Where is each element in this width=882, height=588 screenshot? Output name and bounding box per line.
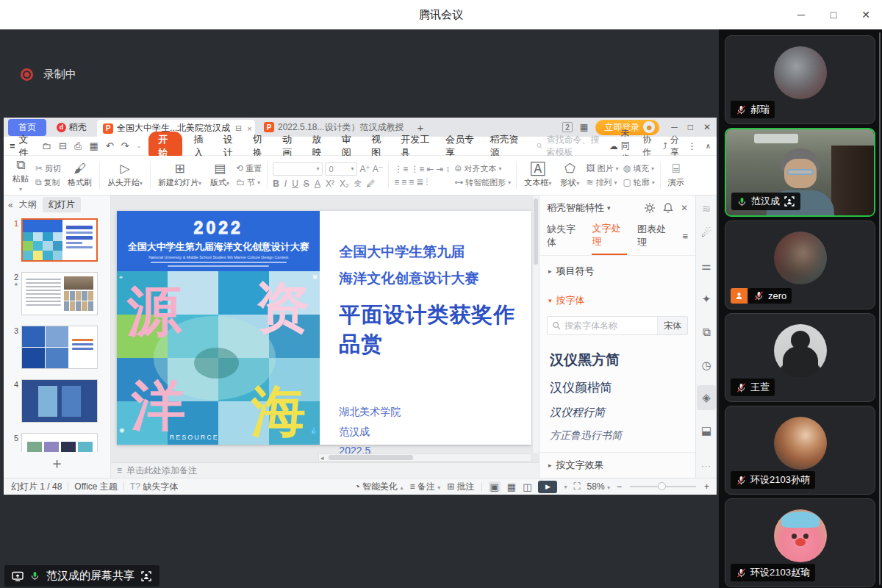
indent-more-icon[interactable]: ⇥ [436, 164, 443, 174]
zoom-out-button[interactable]: − [617, 481, 622, 492]
picture-button[interactable]: 🖼图片▾ [586, 163, 618, 174]
close-icon[interactable]: ✕ [850, 0, 882, 29]
more-tools-icon[interactable]: ··· [701, 462, 711, 470]
more-caret-icon[interactable]: ⌄ [134, 143, 145, 149]
docer-feature-icon[interactable]: ◈ [697, 385, 716, 410]
slides-tab[interactable]: 幻灯片 [43, 197, 81, 212]
reading-view-icon[interactable]: ◫ [523, 481, 531, 492]
panel-tab-text[interactable]: 文字处理 [592, 222, 626, 255]
outline-tab[interactable]: 大纲 [19, 198, 37, 211]
section-button[interactable]: 🗀节▾ [236, 177, 262, 188]
undo-icon[interactable]: ↶ [103, 140, 117, 151]
slide-thumbnail-1[interactable]: 1 [7, 218, 104, 262]
underline-button[interactable]: U [292, 179, 298, 189]
shape-button[interactable]: ⬠形状▾ [558, 162, 581, 188]
reference-icon[interactable]: ⬓ [696, 414, 717, 447]
number-list-icon[interactable]: ⋮≡ [410, 164, 424, 174]
save-icon[interactable]: 🗀 [39, 140, 54, 151]
theme-name[interactable]: Office 主题 [74, 481, 117, 493]
scroll-left-icon[interactable]: ◂ [319, 454, 326, 462]
justify-icon[interactable]: ≣ [416, 177, 423, 187]
play-options-icon[interactable]: ▾ [564, 484, 567, 490]
reset-button[interactable]: ⟲重置 [236, 163, 262, 174]
window-switch-icon[interactable]: 2 [562, 122, 573, 132]
font-item[interactable]: 汉仪黑方简 [550, 351, 685, 370]
export-icon[interactable]: ⊟ [56, 140, 70, 151]
canvas-horizontal-scrollbar[interactable]: ◂ [318, 453, 531, 462]
font-color-button[interactable]: A [315, 179, 320, 189]
missing-font-indicator[interactable]: T? 缺失字体 [130, 481, 178, 493]
maximize-icon[interactable]: □ [817, 0, 850, 29]
beautify-button[interactable]: ◔ 智能美化 ▴ [354, 481, 403, 493]
align-left-icon[interactable]: ≡ [394, 177, 399, 187]
font-item[interactable]: 方正鲁迅行书简 [550, 429, 685, 442]
strike-button[interactable]: S [304, 179, 309, 189]
bullet-list-icon[interactable]: ⋮≡ [394, 164, 408, 174]
collapse-panel-icon[interactable]: « [8, 200, 13, 210]
format-painter-button[interactable]: 🖌格式刷 [65, 162, 94, 188]
slideshow-play-button[interactable]: ▶ [538, 481, 557, 493]
zoom-in-button[interactable]: + [704, 481, 709, 492]
copy-button[interactable]: ⧉复制 [35, 177, 61, 188]
sidebar-scrollbar[interactable] [879, 32, 881, 585]
font-item[interactable]: 汉仪颜楷简 [550, 379, 685, 396]
duplicate-icon[interactable]: ⧉ [696, 315, 717, 348]
panel-menu-icon[interactable]: ≡ [682, 231, 688, 247]
text-dir-icon[interactable]: ↕ [445, 164, 450, 174]
indent-less-icon[interactable]: ⇤ [426, 164, 434, 174]
present-button[interactable]: ⌸演示 [666, 162, 686, 188]
properties-icon[interactable]: ⚌ [696, 249, 717, 282]
fit-window-icon[interactable]: ⛶ [573, 481, 580, 492]
subscript-button[interactable]: X₂ [340, 179, 349, 189]
font-item[interactable]: 汉仪程行简 [550, 406, 685, 420]
section-bullets[interactable]: ▸项目符号 [539, 256, 695, 279]
cut-button[interactable]: ✂剪切 [35, 163, 61, 174]
panel-tab-chart[interactable]: 图表处理 [637, 223, 672, 254]
participant-tile[interactable]: 环设2103赵瑜 [725, 498, 875, 587]
bell-icon[interactable] [662, 202, 674, 214]
history-icon[interactable]: ◷ [696, 348, 717, 381]
participant-tile[interactable]: 环设2103孙萌 [725, 406, 875, 495]
font-search-box[interactable]: 搜索字体名称 宋体 [547, 316, 688, 335]
section-by-font[interactable]: ▾按字体 [539, 285, 695, 309]
collaborate-button[interactable]: 协作 [642, 134, 653, 159]
notes-bar[interactable]: ≡ 单击此处添加备注 [111, 462, 539, 478]
align-right-icon[interactable]: ≡ [409, 177, 414, 187]
slide-thumbnail-3[interactable]: 3 [7, 326, 104, 369]
redo-icon[interactable]: ↷ [118, 140, 132, 151]
increase-font-icon[interactable]: A⁺ [359, 164, 370, 174]
slide-thumbnail-4[interactable]: 4 [7, 379, 104, 423]
more-menu-icon[interactable]: ⋮ [688, 141, 697, 151]
normal-view-icon[interactable]: ▣ [489, 481, 501, 492]
play-from-start-button[interactable]: ▷从头开始▾ [105, 162, 145, 188]
font-category-dropdown[interactable]: 宋体 [657, 317, 687, 334]
print-icon[interactable]: ⎙ [71, 140, 85, 152]
paste-button[interactable]: ⧉粘贴▾ [10, 159, 31, 193]
current-slide[interactable]: 2022 全国大中学生第九届海洋文化创意设计大赛 National Univer… [117, 211, 531, 445]
zoom-slider[interactable] [630, 486, 696, 487]
textbox-button[interactable]: 🄰文本框▾ [522, 162, 553, 188]
italic-button[interactable]: I [284, 179, 287, 189]
sorter-view-icon[interactable]: ▦ [507, 481, 516, 492]
comments-button[interactable]: ⊞ 批注 [447, 481, 474, 493]
participant-tile[interactable]: 郝瑞 [725, 35, 875, 124]
effects-icon[interactable]: ✦ [696, 282, 717, 315]
outline-button[interactable]: ▢轮廓▾ [623, 177, 654, 188]
panel-tab-missing-fonts[interactable]: 缺失字体 [547, 223, 581, 254]
superscript-button[interactable]: X² [326, 179, 334, 189]
slide-thumbnail-2[interactable]: 2★ [7, 272, 104, 315]
gear-icon[interactable] [644, 202, 656, 214]
align-text-button[interactable]: ⊜对齐文本▾ [454, 163, 511, 174]
to-smartart-button[interactable]: ⊶转智能图形▾ [454, 177, 511, 188]
arrange-button[interactable]: ≋排列▾ [586, 177, 618, 188]
font-family-select[interactable]: ▾ [273, 162, 323, 176]
slide-thumbnail-5[interactable]: 5 [7, 433, 104, 452]
command-search[interactable]: 查找命令、搜索模板 [537, 134, 608, 159]
panel-close-icon[interactable]: ✕ [681, 203, 688, 213]
participant-tile[interactable]: zero [725, 220, 875, 309]
zoom-level[interactable]: 58% ▾ [587, 481, 610, 492]
highlight-button[interactable]: 🖉 [367, 179, 376, 189]
layout-button[interactable]: ▤版式▾ [208, 162, 232, 188]
wps-docer-tab[interactable]: d 稻壳 [49, 119, 94, 136]
line-spacing-icon[interactable]: ⫶ [426, 177, 428, 187]
